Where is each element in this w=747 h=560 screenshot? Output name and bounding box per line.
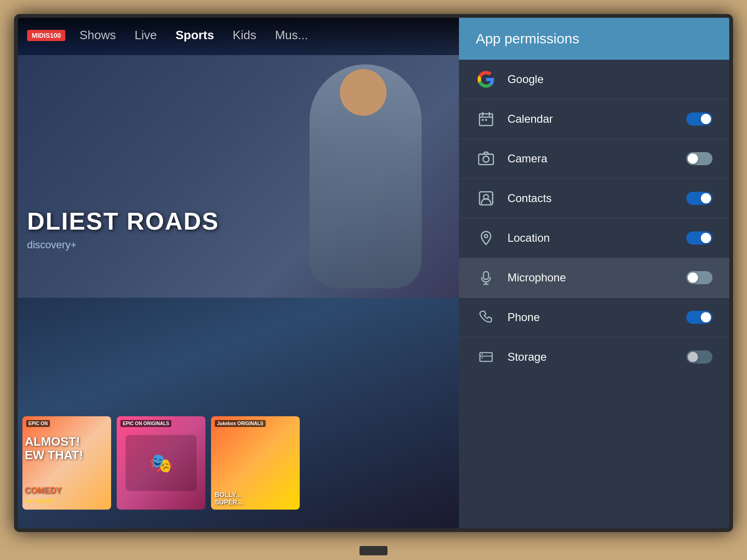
nav-item-live[interactable]: Live bbox=[134, 28, 157, 42]
perm-item-calendar[interactable]: Calendar bbox=[459, 99, 729, 139]
permissions-list: Google Calendar bbox=[459, 60, 729, 377]
perm-name-location: Location bbox=[507, 231, 686, 245]
contacts-svg bbox=[479, 191, 493, 206]
nav-item-sports[interactable]: Sports bbox=[176, 28, 214, 42]
google-icon bbox=[476, 69, 496, 90]
nav-item-kids[interactable]: Kids bbox=[233, 28, 256, 42]
thumb-brand-2: EPIC ON ORIGINALS bbox=[120, 420, 171, 427]
location-icon bbox=[476, 228, 496, 248]
microphone-icon bbox=[476, 267, 496, 288]
perm-name-camera: Camera bbox=[507, 152, 686, 165]
svg-rect-5 bbox=[485, 119, 487, 121]
camera-svg bbox=[478, 151, 494, 167]
perm-name-calendar: Calendar bbox=[507, 112, 686, 126]
app-background: MIDIS100 Shows Live Sports Kids Mus... D… bbox=[18, 18, 459, 528]
thumb-comedy: COMEDY bbox=[25, 486, 62, 496]
toggle-knob-location bbox=[701, 233, 711, 243]
hero-person-head bbox=[340, 69, 387, 116]
thumbnail-1[interactable]: EPIC ON ALMOST!EW THAT! COMEDY sammelan bbox=[22, 416, 111, 510]
toggle-knob-calendar bbox=[701, 114, 711, 124]
perm-name-google: Google bbox=[507, 73, 712, 86]
calendar-icon bbox=[476, 109, 496, 129]
tv-stand bbox=[359, 546, 388, 555]
toggle-microphone[interactable] bbox=[686, 271, 712, 284]
perm-name-phone: Phone bbox=[507, 311, 686, 324]
thumb-text-1: ALMOST!EW THAT! bbox=[25, 435, 83, 462]
thumb-brand-3: Jukebox ORIGINALS bbox=[215, 420, 266, 427]
storage-icon bbox=[476, 347, 496, 367]
perm-item-microphone[interactable]: Microphone bbox=[459, 258, 729, 298]
svg-rect-19 bbox=[481, 354, 483, 355]
svg-point-7 bbox=[483, 156, 489, 162]
thumb-sammelan: sammelan bbox=[25, 497, 53, 504]
nav-badge: MIDIS100 bbox=[27, 30, 65, 41]
toggle-knob-contacts bbox=[701, 193, 711, 203]
nav-item-shows[interactable]: Shows bbox=[79, 28, 116, 42]
perm-item-camera[interactable]: Camera bbox=[459, 139, 729, 179]
toggle-knob-microphone bbox=[688, 273, 698, 283]
svg-rect-4 bbox=[482, 119, 484, 121]
perm-name-microphone: Microphone bbox=[507, 271, 686, 284]
svg-rect-14 bbox=[483, 272, 488, 280]
toggle-location[interactable] bbox=[686, 231, 712, 245]
perm-item-phone[interactable]: Phone bbox=[459, 298, 729, 337]
panel-header: App permissions bbox=[459, 18, 729, 60]
toggle-calendar[interactable] bbox=[686, 112, 712, 126]
toggle-storage[interactable] bbox=[686, 350, 712, 364]
storage-svg bbox=[479, 350, 493, 364]
perm-item-contacts[interactable]: Contacts bbox=[459, 179, 729, 218]
toggle-knob-camera bbox=[688, 154, 698, 164]
hero-subtitle: discovery+ bbox=[27, 239, 219, 251]
toggle-knob-phone bbox=[701, 312, 711, 322]
thumb-label-3: BOLLY...SUPER... bbox=[215, 491, 243, 506]
hero-text: DLIEST ROADS discovery+ bbox=[18, 198, 228, 260]
permissions-panel: App permissions Goog bbox=[459, 18, 729, 528]
toggle-camera[interactable] bbox=[686, 152, 712, 165]
google-g-svg bbox=[478, 71, 494, 88]
hero-title: DLIEST ROADS bbox=[27, 207, 219, 235]
microphone-svg bbox=[479, 270, 493, 286]
perm-name-storage: Storage bbox=[507, 350, 686, 364]
phone-svg bbox=[479, 310, 493, 324]
perm-name-contacts: Contacts bbox=[507, 192, 686, 205]
toggle-contacts[interactable] bbox=[686, 192, 712, 205]
nav-item-music[interactable]: Mus... bbox=[275, 28, 308, 42]
camera-icon bbox=[476, 148, 496, 169]
phone-icon bbox=[476, 307, 496, 328]
perm-item-google[interactable]: Google bbox=[459, 60, 729, 99]
tv-frame: MIDIS100 Shows Live Sports Kids Mus... D… bbox=[14, 14, 733, 532]
panel-title: App permissions bbox=[476, 31, 579, 47]
perm-item-storage[interactable]: Storage bbox=[459, 337, 729, 377]
thumbnail-3[interactable]: Jukebox ORIGINALS BOLLY...SUPER... bbox=[211, 416, 300, 510]
calendar-svg bbox=[479, 112, 493, 126]
location-svg bbox=[479, 231, 493, 245]
thumb-brand-1: EPIC ON bbox=[26, 420, 50, 427]
toggle-phone[interactable] bbox=[686, 311, 712, 324]
nav-bar: MIDIS100 Shows Live Sports Kids Mus... bbox=[18, 18, 459, 53]
tv-content: MIDIS100 Shows Live Sports Kids Mus... D… bbox=[18, 18, 729, 528]
contacts-icon bbox=[476, 188, 496, 209]
perm-item-location[interactable]: Location bbox=[459, 218, 729, 258]
toggle-knob-storage bbox=[688, 352, 698, 362]
thumbnail-2[interactable]: EPIC ON ORIGINALS 🎭 bbox=[117, 416, 205, 510]
hero-area: DLIEST ROADS discovery+ bbox=[18, 55, 459, 298]
svg-point-13 bbox=[484, 235, 487, 238]
thumbnail-row: EPIC ON ALMOST!EW THAT! COMEDY sammelan … bbox=[18, 416, 459, 519]
svg-rect-20 bbox=[481, 357, 483, 358]
